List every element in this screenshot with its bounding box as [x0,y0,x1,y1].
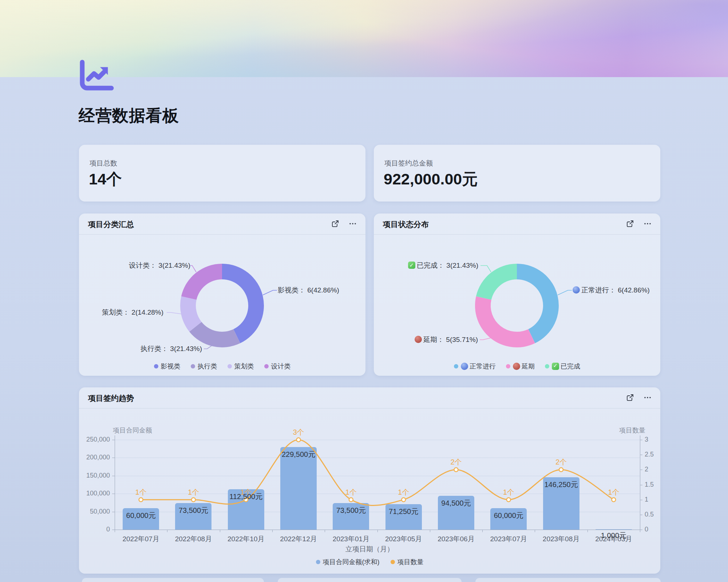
left-tick-label: 250,000 [76,436,110,443]
status-legend: 正常进行 延期 已完成 [374,362,660,371]
bar-2024年03月[interactable] [596,529,632,530]
category-legend: 影视类 执行类 策划类 设计类 [79,362,365,371]
pie-callout-design: 设计类： 3(21.43%) [129,262,190,270]
blue-circle-emoji-icon [573,286,580,294]
pie-callout-execution: 执行类： 3(21.43%) [141,345,202,353]
line-marker[interactable] [401,498,405,502]
pie-callout-planning: 策划类： 2(14.28%) [102,308,163,316]
legend-dot [191,364,195,368]
legend-item[interactable]: 项目数量 [391,558,424,566]
callout-line [190,266,196,272]
line-value-label: 3个 [284,427,313,437]
bar-value-label: 229,500元 [271,450,326,459]
legend-dot [264,364,269,368]
legend-item[interactable]: 项目合同金额(求和) [316,558,380,566]
left-tick [112,530,115,530]
dashboard-page: 经营数据看板 项目总数 14个 项目签约总金额 922,000.00元 项目分类… [0,0,728,582]
bar-value-label: 60,000元 [114,511,168,521]
right-axis-line [640,435,640,530]
legend-item[interactable]: 影视类 [154,362,181,371]
left-tick-label: 50,000 [76,508,110,515]
legend-item[interactable]: 策划类 [228,362,254,371]
stat-card-total-amount: 项目签约总金额 922,000.00元 [374,145,660,202]
x-category-label: 2023年06月 [429,534,483,544]
line-marker[interactable] [612,498,616,502]
right-tick [640,515,642,515]
page-title: 经营数据看板 [79,105,179,127]
callout-line [263,290,277,295]
right-tick [640,500,642,500]
legend-item[interactable]: 延期 [506,362,535,371]
right-tick [640,455,642,455]
bar-value-label: 73,500元 [166,506,221,515]
red-circle-emoji-icon [415,336,422,343]
line-value-label: 1个 [389,487,418,497]
line-value-label: 1个 [494,487,523,497]
legend-item[interactable]: 执行类 [191,362,217,371]
right-tick-label: 2 [645,466,666,473]
line-marker[interactable] [507,498,511,502]
legend-dot [154,364,158,368]
legend-item[interactable]: 设计类 [264,362,291,371]
right-tick-label: 0.5 [645,511,666,518]
partial-card [278,578,462,582]
x-category-label: 2023年08月 [534,534,589,544]
line-value-label: 2个 [442,457,471,467]
line-value-label: 1个 [336,487,365,497]
legend-dot [228,364,232,368]
pie-callout-ongoing: 正常进行： 6(42.86%) [573,286,650,294]
legend-dot [316,560,320,564]
x-category-label: 2023年01月 [324,534,378,544]
x-tick [430,530,430,532]
right-tick [640,485,642,485]
bar-value-label: 71,250元 [376,507,431,517]
bar-value-label: 94,500元 [429,498,483,508]
x-axis-title: 立项日期（月） [79,545,660,554]
left-tick [112,458,115,458]
left-tick [112,476,115,476]
callout-line [204,345,213,349]
x-category-label: 2022年12月 [271,534,326,544]
bar-value-label: 146,250元 [534,480,589,490]
right-tick-label: 2.5 [645,451,666,458]
gridline [115,476,640,476]
line-marker[interactable] [454,468,458,472]
bar-value-label: 1,000元 [586,531,641,541]
x-tick [220,530,220,532]
card-signing-trend: 项目签约趋势 项目合同金额 项目数量 050,000100,000150,000… [79,387,660,574]
x-tick [115,530,115,532]
bar-2022年12月[interactable] [280,447,317,530]
line-marker[interactable] [139,498,143,502]
card-project-status: 项目状态分布 正常进行： 6(42.86%) 延期： 5(35.71%) 已完成… [374,214,660,376]
callout-line [480,338,491,340]
pie-slice-已完成[interactable] [476,264,517,300]
right-tick [640,530,642,530]
line-value-label: 1个 [179,487,208,497]
line-value-label: 1个 [126,487,155,497]
red-circle-emoji-icon [513,363,520,370]
right-tick [640,470,642,470]
check-emoji-icon [552,363,559,370]
line-marker[interactable] [559,468,563,472]
x-tick [535,530,535,532]
line-value-label: 2个 [547,457,576,467]
right-tick [640,440,642,440]
legend-item[interactable]: 正常进行 [454,362,496,371]
line-marker[interactable] [191,498,195,502]
left-tick-label: 150,000 [76,472,110,479]
x-tick [377,530,378,532]
pie-slice-执行类[interactable] [189,322,240,347]
line-marker[interactable] [349,498,353,502]
callout-line [558,290,572,295]
stat-value: 922,000.00元 [384,169,478,190]
legend-item[interactable]: 已完成 [545,362,580,371]
left-tick-label: 0 [76,526,110,533]
card-project-category: 项目分类汇总 影视类： 6(42.86%) 执行类： 3(21.43%) 策划类… [79,214,365,376]
category-donut-chart [79,214,365,376]
pie-callout-completed: 已完成： 3(21.43%) [408,262,478,270]
pie-callout-delayed: 延期： 5(35.71%) [415,336,478,344]
check-emoji-icon [408,262,415,269]
x-category-label: 2022年07月 [114,534,168,544]
partial-card [82,578,264,582]
chart-line-icon [79,60,115,92]
